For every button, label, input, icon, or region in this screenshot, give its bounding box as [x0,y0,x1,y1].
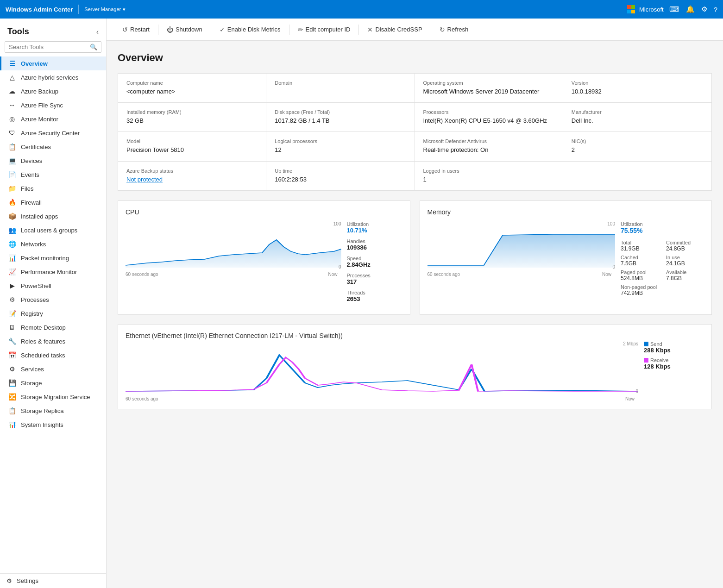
help-icon[interactable]: ? [714,6,717,13]
network-chart-card: Ethernet (vEthernet (Intel(R) Ethernet C… [118,324,712,409]
mem-available-stat: Available 7.8GB [666,269,704,281]
packet-monitoring-label: Packet monitoring [21,255,69,262]
sidebar-item-services[interactable]: ⚙Services [0,362,106,376]
network-chart-plot: 2 Mbps 0 60 seconds ago Now [126,341,638,401]
network-chart-area: 2 Mbps 0 60 seconds ago Now [126,341,704,401]
sidebar-item-certificates[interactable]: 📋Certificates [0,140,106,154]
sidebar-item-registry[interactable]: 📝Registry [0,307,106,320]
search-tools-input[interactable] [9,44,90,50]
info-cell-10: Microsoft Defender AntivirusReal-time pr… [415,132,563,161]
settings-icon[interactable]: ⚙ [701,5,707,13]
sidebar-item-performance-monitor[interactable]: 📈Performance Monitor [0,265,106,279]
info-label-4: Installed memory (RAM) [126,109,258,115]
info-label-1: Domain [275,80,406,86]
shutdown-button[interactable]: ⏻Shutdown [162,24,207,36]
net-send-value: 288 Kbps [644,347,704,354]
info-cell-8: ModelPrecision Tower 5810 [118,132,266,161]
net-receive-label: Receive [644,357,704,363]
bell-icon[interactable]: 🔔 [686,5,695,13]
overview-label: Overview [21,60,48,67]
terminal-icon[interactable]: ⌨ [669,5,679,13]
info-cell-14: Logged in users1 [415,162,563,191]
azure-monitor-label: Azure Monitor [21,116,58,123]
sidebar-nav: ☰Overview△Azure hybrid services☁Azure Ba… [0,56,106,573]
mem-cached-stat: Cached 7.5GB [621,255,659,267]
azure-backup-icon: ☁ [8,88,16,95]
memory-y-min: 0 [612,264,615,269]
sidebar-item-azure-hybrid[interactable]: △Azure hybrid services [0,70,106,84]
microsoft-logo-icon [627,5,635,13]
sidebar-item-events[interactable]: 📄Events [0,168,106,181]
cpu-speed-stat: Speed 2.84GHz [347,256,402,268]
storage-replica-icon: 📋 [8,407,16,414]
sidebar-item-devices[interactable]: 💻Devices [0,154,106,168]
server-manager-menu[interactable]: Server Manager ▾ [84,6,126,13]
sidebar-item-system-insights[interactable]: 📊System Insights [0,418,106,432]
sidebar-item-firewall[interactable]: 🔥Firewall [0,195,106,209]
network-stats: Send 288 Kbps Receive 128 Kbps [644,341,704,374]
sidebar-item-azure-backup[interactable]: ☁Azure Backup [0,84,106,98]
enable-disk-metrics-button[interactable]: ✓Enable Disk Metrics [215,24,285,36]
installed-apps-label: Installed apps [21,213,58,220]
system-insights-label: System Insights [21,421,63,428]
sidebar-item-storage-migration[interactable]: 🔀Storage Migration Service [0,390,106,404]
nav-divider [78,5,79,14]
charts-row: CPU 100 [118,200,712,315]
settings-nav-item[interactable]: ⚙ Settings [0,573,106,588]
sidebar-item-local-users[interactable]: 👥Local users & groups [0,223,106,237]
sidebar-item-packet-monitoring[interactable]: 📊Packet monitoring [0,251,106,265]
sidebar-item-azure-monitor[interactable]: ◎Azure Monitor [0,112,106,126]
cpu-chart-card: CPU 100 [118,200,410,315]
sidebar-item-overview[interactable]: ☰Overview [0,56,106,70]
info-value-7: Dell Inc. [572,117,703,125]
azure-security-label: Azure Security Center [21,130,80,137]
sidebar-item-scheduled-tasks[interactable]: 📅Scheduled tasks [0,348,106,362]
restart-button[interactable]: ↺Restart [118,24,154,36]
sidebar: Tools ‹ 🔍 ☰Overview△Azure hybrid service… [0,19,107,588]
sidebar-item-storage-replica[interactable]: 📋Storage Replica [0,404,106,418]
collapse-icon[interactable]: ‹ [96,28,99,36]
info-label-5: Disk space (Free / Total) [275,109,406,115]
memory-chart-plot: 100 0 [428,221,616,277]
net-receive-stat: Receive 128 Kbps [644,357,704,370]
azure-hybrid-label: Azure hybrid services [21,74,78,81]
enable-disk-metrics-label: Enable Disk Metrics [227,26,281,33]
info-cell-13: Up time160:2:28:53 [266,162,415,191]
mem-non-paged-pool-value: 742.9MB [621,290,659,296]
sidebar-item-remote-desktop[interactable]: 🖥Remote Desktop [0,320,106,334]
mem-committed-stat: Committed 24.8GB [666,240,704,252]
powershell-label: PowerShell [21,282,51,289]
sidebar-item-azure-file-sync[interactable]: ↔Azure File Sync [0,98,106,112]
sidebar-item-powershell[interactable]: ▶PowerShell [0,279,106,293]
sidebar-item-storage[interactable]: 💾Storage [0,376,106,390]
toolbar-divider-1 [158,25,158,35]
enable-disk-metrics-icon: ✓ [220,26,225,33]
sidebar-item-roles-features[interactable]: 🔧Roles & features [0,334,106,348]
edit-computer-id-button[interactable]: ✏Edit computer ID [293,24,355,36]
sidebar-item-azure-security[interactable]: 🛡Azure Security Center [0,126,106,140]
sidebar-item-files[interactable]: 📁Files [0,181,106,195]
mem-total-stat: Total 31.9GB [621,240,659,252]
refresh-button[interactable]: ↻Refresh [435,24,473,36]
mem-available-label: Available [666,269,704,275]
roles-features-icon: 🔧 [8,338,16,345]
net-x-start: 60 seconds ago [126,396,158,401]
scheduled-tasks-label: Scheduled tasks [21,352,65,359]
mem-paged-pool-value: 524.8MB [621,275,659,281]
sidebar-item-networks[interactable]: 🌐Networks [0,237,106,251]
cpu-speed-value: 2.84GHz [347,261,402,268]
mem-total-label: Total [621,240,659,245]
disable-credssp-button[interactable]: ✕Disable CredSSP [363,24,427,36]
info-value-5: 1017.82 GB / 1.4 TB [275,117,406,125]
search-tools-field[interactable]: 🔍 [5,41,101,53]
info-cell-4: Installed memory (RAM)32 GB [118,103,266,132]
info-label-12: Azure Backup status [126,168,258,174]
sidebar-item-installed-apps[interactable]: 📦Installed apps [0,209,106,223]
info-label-2: Operating system [423,80,554,86]
info-value-14: 1 [423,175,554,184]
sidebar-item-processes[interactable]: ⚙Processes [0,293,106,307]
info-label-10: Microsoft Defender Antivirus [423,138,554,144]
networks-label: Networks [21,241,46,248]
info-value-12[interactable]: Not protected [126,175,258,184]
disable-credssp-icon: ✕ [367,26,373,33]
